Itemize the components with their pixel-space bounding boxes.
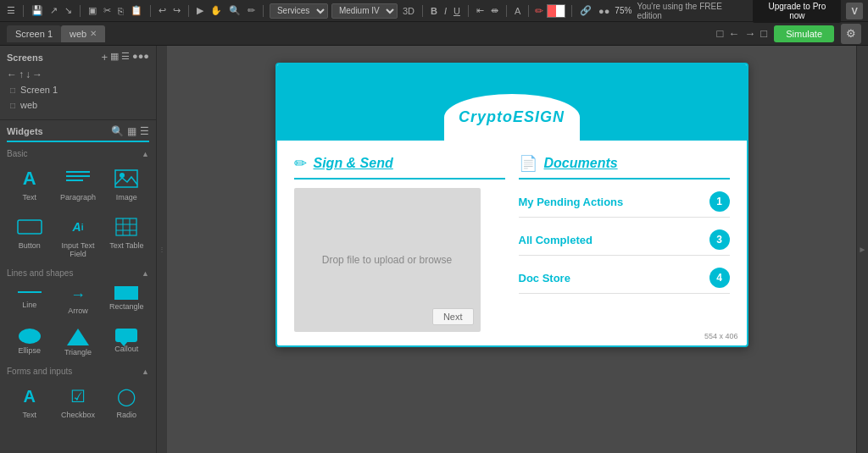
svg-rect-0 [66,171,90,173]
tab-screen1[interactable]: Screen 1 [7,25,61,42]
copy-icon[interactable]: ⎘ [116,6,125,16]
frame-icons: □ ← → □ [716,27,767,40]
italic-icon[interactable]: I [442,6,448,16]
user-avatar[interactable]: V [846,3,863,19]
resize-handle[interactable]: ⋮ [157,46,167,453]
services-select[interactable]: Services [270,3,328,19]
form-text-item[interactable]: A Text [7,379,52,424]
font-size-icon[interactable]: A [513,6,522,16]
lines-arrow-icon[interactable]: ▲ [142,269,149,278]
screen-more-icon[interactable]: ●●● [132,51,149,64]
frame-icon-3[interactable]: → [744,27,755,40]
right-column: 📄 Documents My Pending Actions 1 All Com… [519,154,730,332]
paste-icon[interactable]: 📋 [129,5,144,16]
doc-row-1[interactable]: All Completed 3 [519,224,730,256]
anchor-bottom[interactable] [508,344,516,347]
view-3d-icon[interactable]: 3D [401,6,416,16]
align-left-icon[interactable]: ⇤ [475,5,486,16]
toolbar-icon-1[interactable]: ☰ [5,5,17,16]
pointer-icon[interactable]: ▶ [195,5,205,16]
widget-paragraph[interactable]: Paragraph [55,162,100,207]
second-toolbar-right: □ ← → □ Simulate ⚙ [716,24,861,44]
hand-icon[interactable]: ✋ [209,5,224,16]
docs-icon: 📄 [519,154,537,173]
nav-down-icon[interactable]: ↓ [25,69,31,80]
doc-row-label-1: All Completed [519,234,593,246]
forms-arrow-icon[interactable]: ▲ [142,367,149,376]
undo-icon[interactable]: ↩ [157,5,168,16]
shape-arrow-item[interactable]: → Arrow [55,281,100,320]
svg-rect-6 [116,218,136,235]
redo-icon[interactable]: ↪ [171,5,182,16]
left-column: ✏ Sign & Send Drop file to upload or bro… [294,154,505,332]
screen-icon[interactable]: ▣ [86,5,98,16]
screen-item-2[interactable]: □ web [7,97,149,113]
anchor-right[interactable] [745,201,748,209]
frame-icon-1[interactable]: □ [716,27,723,40]
save-icon[interactable]: 💾 [30,5,45,16]
tab-close-icon[interactable]: ✕ [90,29,97,38]
color-picker[interactable] [547,4,565,18]
bold-icon[interactable]: B [429,6,439,16]
frame-icon-4[interactable]: □ [760,27,767,40]
shape-line-item[interactable]: Line [7,281,52,320]
app-frame[interactable]: CryptoESIGN ✏ Sign & Send Drop file to u… [275,63,748,347]
underline-icon[interactable]: U [452,6,462,16]
sep10 [571,5,572,17]
import-icon[interactable]: ↘ [63,5,74,16]
nav-left-icon[interactable]: ← [7,69,17,80]
screen-grid-icon[interactable]: ▦ [110,51,119,64]
screen-item-label-2: web [20,100,37,110]
widget-input[interactable]: Ai Input Text Field [55,210,100,263]
lines-category: Lines and shapes ▲ [7,268,149,278]
widget-button[interactable]: Button [7,210,52,263]
tab-web[interactable]: web ✕ [61,25,105,42]
forms-label: Forms and inputs [7,367,72,376]
screens-actions: + ▦ ☰ ●●● [101,51,149,64]
widget-image[interactable]: Image [104,162,149,207]
form-radio-item[interactable]: ◯ Radio [104,379,149,424]
drop-zone[interactable]: Drop file to upload or browse Next [294,188,481,332]
export-icon[interactable]: ↗ [48,5,59,16]
screen-list-icon[interactable]: ☰ [121,51,130,64]
shape-ellipse-item[interactable]: Ellipse [7,323,52,362]
doc-row-0[interactable]: My Pending Actions 1 [519,186,730,218]
app-body: ✏ Sign & Send Drop file to upload or bro… [277,141,747,345]
svg-rect-2 [66,180,83,181]
widgets-grid-icon[interactable]: ▦ [127,125,136,137]
shape-triangle-item[interactable]: Triangle [55,323,100,362]
upgrade-button[interactable]: Upgrade to Pro now [753,0,841,23]
simulate-button[interactable]: Simulate [774,25,834,42]
align-center-icon[interactable]: ⇼ [489,5,500,16]
screen-item-1[interactable]: □ Screen 1 [7,82,149,97]
right-panel-arrow-icon[interactable]: ► [859,245,867,254]
form-checkbox-item[interactable]: ☑ Checkbox [55,379,100,424]
doc-badge-2: 4 [709,268,730,288]
shape-callout-item[interactable]: Callout [104,323,149,362]
settings-button[interactable]: ⚙ [841,24,861,44]
crop-icon[interactable]: ✏ [246,5,257,16]
input-icon: Ai [63,215,93,239]
basic-widget-grid: A Text Paragraph [7,162,149,263]
medium-select[interactable]: Medium IV [331,3,398,19]
widgets-search-icon[interactable]: 🔍 [111,125,124,137]
frame-icon-2[interactable]: ← [728,27,739,40]
arrow-shape: → [70,286,86,304]
next-button[interactable]: Next [432,308,474,325]
add-screen-icon[interactable]: + [101,51,108,64]
link-icon[interactable]: 🔗 [578,5,593,16]
form-checkbox-icon: ☑ [63,384,93,408]
widget-text[interactable]: A Text [7,162,52,207]
widget-table[interactable]: Text Table [104,210,149,263]
shape-rect-item[interactable]: Rectangle [104,281,149,320]
cut-icon[interactable]: ✂ [102,5,113,16]
basic-arrow-icon[interactable]: ▲ [142,150,149,158]
more-icon[interactable]: ●● [597,6,611,16]
pen-icon[interactable]: ✏ [535,5,543,17]
screen-item-icon-2: □ [10,101,15,110]
zoom-icon[interactable]: 🔍 [227,5,242,16]
nav-right-icon[interactable]: → [32,69,42,80]
nav-up-icon[interactable]: ↑ [19,69,24,80]
widgets-list-icon[interactable]: ☰ [140,125,149,137]
doc-row-2[interactable]: Doc Store 4 [519,262,730,294]
